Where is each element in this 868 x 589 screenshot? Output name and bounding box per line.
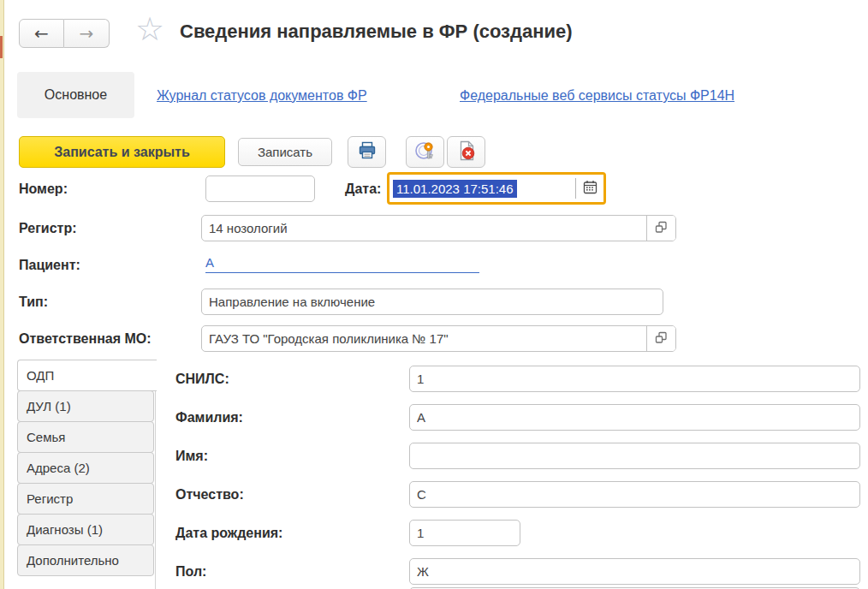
side-tab-family[interactable]: Семья <box>17 421 154 453</box>
register-label: Регистр: <box>19 221 77 236</box>
number-input[interactable] <box>205 176 315 202</box>
side-tab-register[interactable]: Регистр <box>17 483 154 515</box>
cancel-document-button[interactable] <box>447 136 485 168</box>
gender-label: Пол: <box>175 564 206 580</box>
left-window-edge <box>0 0 4 589</box>
forward-button[interactable]: → <box>64 19 110 48</box>
side-tab-additional[interactable]: Дополнительно <box>17 544 154 576</box>
signature-key-icon <box>414 140 437 164</box>
back-button[interactable]: ← <box>19 19 64 48</box>
responsible-mo-label: Ответственная МО: <box>19 331 152 347</box>
surname-input[interactable] <box>409 404 860 431</box>
register-input[interactable]: 14 нозологий <box>201 215 676 241</box>
history-nav: ← → <box>19 19 110 48</box>
register-value: 14 нозологий <box>202 221 646 235</box>
side-tab-diagnoses[interactable]: Диагнозы (1) <box>17 514 154 545</box>
type-label: Тип: <box>19 294 48 310</box>
side-tab-dul[interactable]: ДУЛ (1) <box>17 390 154 422</box>
print-button[interactable] <box>348 136 386 168</box>
responsible-mo-choose-button[interactable] <box>647 326 675 351</box>
surname-label: Фамилия: <box>175 410 243 425</box>
calendar-icon <box>583 180 597 197</box>
number-label: Номер: <box>19 181 68 197</box>
responsible-mo-value: ГАУЗ ТО "Городская поликлиника № 17" <box>202 331 646 346</box>
tab-federal-services-link[interactable]: Федеральные веб сервисы статусы ФР14Н <box>460 88 734 104</box>
cancel-document-icon <box>455 140 478 164</box>
forward-arrow-icon: → <box>80 23 94 44</box>
back-arrow-icon: ← <box>34 23 49 44</box>
birthdate-input[interactable] <box>409 520 520 546</box>
side-tab-addresses[interactable]: Адреса (2) <box>17 452 154 484</box>
patient-label: Пациент: <box>19 258 80 273</box>
left-window-edge-accent <box>0 36 3 58</box>
date-input[interactable]: 11.01.2023 17:51:46 <box>387 172 606 205</box>
birthdate-label: Дата рождения: <box>175 526 282 541</box>
tab-status-journal-link[interactable]: Журнал статусов документов ФР <box>157 88 367 104</box>
print-icon <box>356 140 378 164</box>
open-form-icon <box>655 331 668 347</box>
patient-link[interactable]: А <box>205 255 479 273</box>
responsible-mo-input[interactable]: ГАУЗ ТО "Городская поликлиника № 17" <box>201 325 676 352</box>
save-and-close-button[interactable]: Записать и закрыть <box>19 136 225 168</box>
signature-button[interactable] <box>406 136 444 168</box>
firstname-input[interactable] <box>409 443 860 469</box>
date-selected-text: 11.01.2023 17:51:46 <box>393 180 517 198</box>
gender-input[interactable] <box>409 558 860 585</box>
snils-input[interactable] <box>409 366 860 392</box>
firstname-label: Имя: <box>175 449 208 464</box>
patronymic-label: Отчество: <box>175 487 244 503</box>
save-button[interactable]: Записать <box>238 138 332 166</box>
favorite-star-icon[interactable]: ☆ <box>135 10 164 48</box>
date-picker-button[interactable] <box>576 175 603 202</box>
open-form-icon <box>655 221 668 236</box>
side-tab-odp[interactable]: ОДП <box>17 360 157 391</box>
patronymic-input[interactable] <box>409 481 860 508</box>
page-title: Сведения направляемые в ФР (создание) <box>180 21 573 43</box>
tab-main[interactable]: Основное <box>17 72 134 118</box>
date-label: Дата: <box>345 181 381 197</box>
snils-label: СНИЛС: <box>175 372 229 387</box>
register-choose-button[interactable] <box>647 216 675 241</box>
type-input[interactable] <box>201 289 663 315</box>
tab-panel-border <box>155 360 156 589</box>
